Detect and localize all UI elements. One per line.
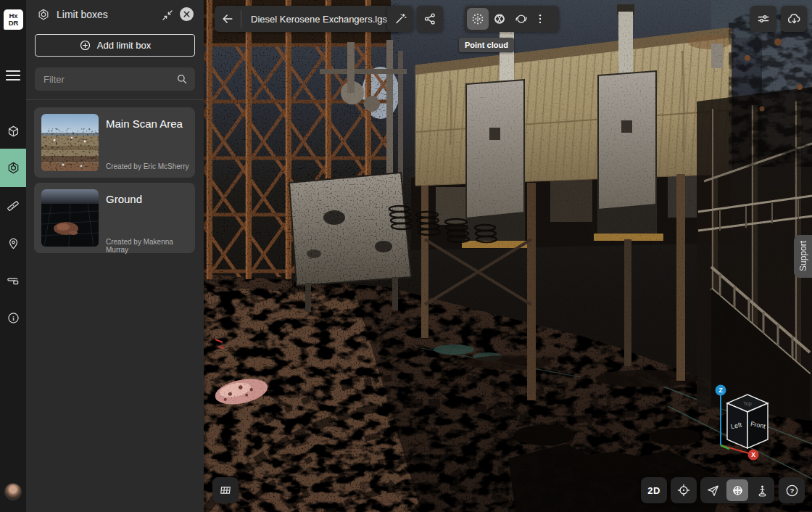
add-limit-box-button[interactable]: Add limit box [35,34,195,57]
magic-wand-button[interactable] [387,6,413,32]
info-icon: i [7,311,20,325]
kebab-menu-icon [534,12,547,25]
limit-box-icon [7,161,20,175]
limit-box-title: Main Scan Area [106,117,183,130]
document-title-bar: Diesel Kerosene Exchangers.lgsx [215,6,401,32]
panel-title: Limit boxes [57,9,108,20]
limit-box-icon [37,8,50,21]
hxdr-logo[interactable]: Hx DR [4,9,23,30]
display-settings-button[interactable] [750,6,776,32]
point-cloud-icon [471,12,485,26]
orbit-globe-icon [731,484,745,497]
axis-x-label: X [751,451,755,458]
limit-box-title: Ground [106,193,142,205]
plus-circle-icon [79,39,91,51]
limit-box-thumbnail [41,114,99,171]
point-cloud-tooltip: Point cloud [459,38,514,52]
view-mode-group [465,6,559,32]
cloud-download-icon [787,12,802,27]
sidebar-item-info[interactable]: i [0,305,26,331]
walk-mode-button[interactable] [750,477,774,503]
sliders-icon [756,12,771,26]
sidebar-item-measure[interactable] [0,193,26,219]
user-avatar[interactable] [4,483,22,500]
close-icon [183,10,191,18]
pedestrian-icon [755,484,769,497]
grid-toggle-button[interactable] [212,477,239,503]
ruler-icon [6,199,20,213]
close-panel-button[interactable] [180,7,194,21]
sidebar-item-models[interactable] [0,118,26,144]
cloud-download-button[interactable] [781,6,807,32]
navigation-cube[interactable]: Top Left Front Z X [713,381,778,464]
axis-z-label: Z [718,387,722,394]
main-menu-button[interactable] [0,62,26,88]
hamburger-icon [6,70,20,81]
panorama-icon [514,12,529,26]
layers-icon [6,273,20,288]
cube-icon [7,125,20,139]
mode-2d-button[interactable]: 2D [641,477,667,503]
point-cloud-toggle[interactable] [467,8,489,30]
fly-mode-button[interactable] [700,477,725,503]
collapse-icon [161,9,174,22]
nav-cube-body[interactable]: Top Left Front [727,395,768,448]
more-options-button[interactable] [532,8,548,30]
grid-icon [218,483,233,497]
support-label: Support [798,241,808,271]
filter-input[interactable] [35,67,195,91]
collapse-panel-button[interactable] [160,8,175,22]
orbit-mode-button[interactable] [726,479,748,501]
share-icon [423,12,437,26]
panorama-toggle[interactable] [510,8,532,30]
app-window: Diesel Kerosene Exchangers.lgsx [0,0,812,512]
limit-box-creator: Created by Eric McSherry [106,162,188,170]
limit-box-card-ground[interactable]: Ground Created by Makenna Murray [34,183,195,253]
mesh-toggle[interactable] [489,8,510,30]
search-icon [175,73,188,86]
recenter-button[interactable] [671,477,697,503]
svg-text:?: ? [790,487,794,495]
filter-field [35,67,195,91]
sidebar-item-annotations[interactable] [0,230,26,256]
limit-box-card-main-scan-area[interactable]: Main Scan Area Created by Eric McSherry [34,107,195,178]
target-icon [676,483,691,497]
mesh-sphere-icon [492,12,507,26]
app-sidebar: Hx DR [0,0,26,512]
add-limit-box-label: Add limit box [97,40,151,51]
help-button[interactable]: ? [779,477,805,503]
support-tab[interactable]: Support [794,235,812,278]
3d-viewport[interactable]: Diesel Kerosene Exchangers.lgsx [204,0,812,512]
sidebar-item-deliverables[interactable] [0,268,26,294]
sidebar-item-limit-boxes[interactable] [0,149,26,187]
limit-box-thumbnail [41,189,99,247]
mode-2d-label: 2D [647,485,660,496]
help-icon: ? [784,483,800,498]
cube-face-top[interactable]: Top [743,401,751,407]
back-arrow-icon [220,12,235,26]
limit-box-creator: Created by Makenna Murray [106,238,195,254]
limit-boxes-panel: Limit boxes Add limit box [26,0,204,512]
share-button[interactable] [417,6,443,32]
panel-divider [26,99,204,100]
paper-plane-icon [706,484,720,497]
location-pin-icon [7,236,20,250]
back-button[interactable] [215,6,241,32]
document-title: Diesel Kerosene Exchangers.lgsx [241,14,401,25]
navigation-mode-group [700,477,774,503]
magic-wand-icon [393,12,407,26]
svg-text:i: i [12,314,14,321]
